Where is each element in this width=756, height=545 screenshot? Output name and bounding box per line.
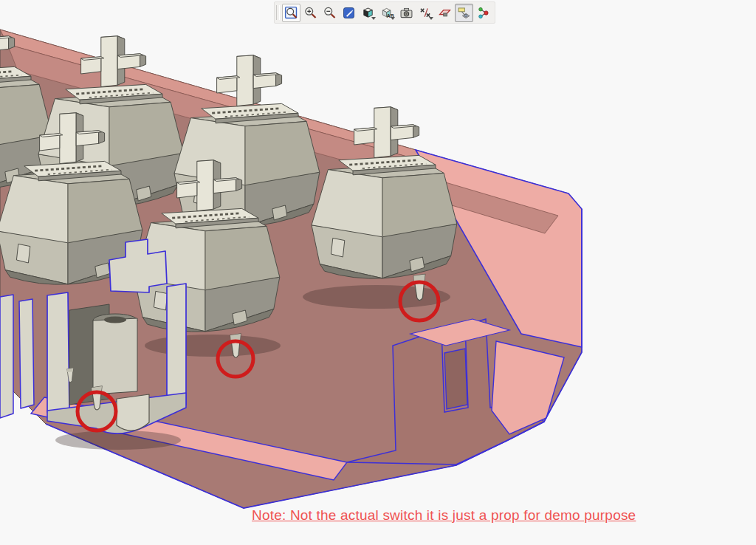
zoom-out-button[interactable] xyxy=(320,4,339,22)
view-cube-button[interactable] xyxy=(359,4,377,22)
zoom-in-button[interactable] xyxy=(301,4,320,22)
draw-style-button[interactable] xyxy=(340,4,358,22)
view-toolbar xyxy=(274,1,495,24)
scene-graph-icon xyxy=(475,5,491,21)
label-annotation-button[interactable] xyxy=(455,4,473,22)
clipping-plane-icon xyxy=(437,5,453,21)
named-views-button[interactable] xyxy=(378,4,396,22)
scene-graph-button[interactable] xyxy=(474,4,492,22)
fit-all-button[interactable] xyxy=(282,4,300,22)
fit-all-icon xyxy=(284,5,299,21)
note-text: Note: Not the actual switch it is just a… xyxy=(252,507,636,524)
toolbar-buttons xyxy=(282,4,492,22)
3d-viewport[interactable]: Note: Not the actual switch it is just a… xyxy=(0,0,756,545)
case-channel-gap xyxy=(444,349,467,409)
clipping-plane-button[interactable] xyxy=(436,4,454,22)
toolbar-handle[interactable] xyxy=(276,5,280,20)
label-annotation-icon xyxy=(456,5,472,21)
screenshot-button[interactable] xyxy=(397,4,416,22)
zoom-out-icon xyxy=(322,5,337,21)
switch xyxy=(174,55,320,227)
draw-style-icon xyxy=(341,5,357,21)
view-cube-icon xyxy=(360,5,376,21)
named-views-icon xyxy=(379,5,395,21)
case-channel-slant xyxy=(492,341,564,434)
axis-cross-button[interactable] xyxy=(416,4,435,22)
model-scene xyxy=(0,0,756,545)
axis-cross-icon xyxy=(418,5,433,21)
zoom-in-icon xyxy=(303,5,318,21)
screenshot-icon xyxy=(399,5,414,21)
